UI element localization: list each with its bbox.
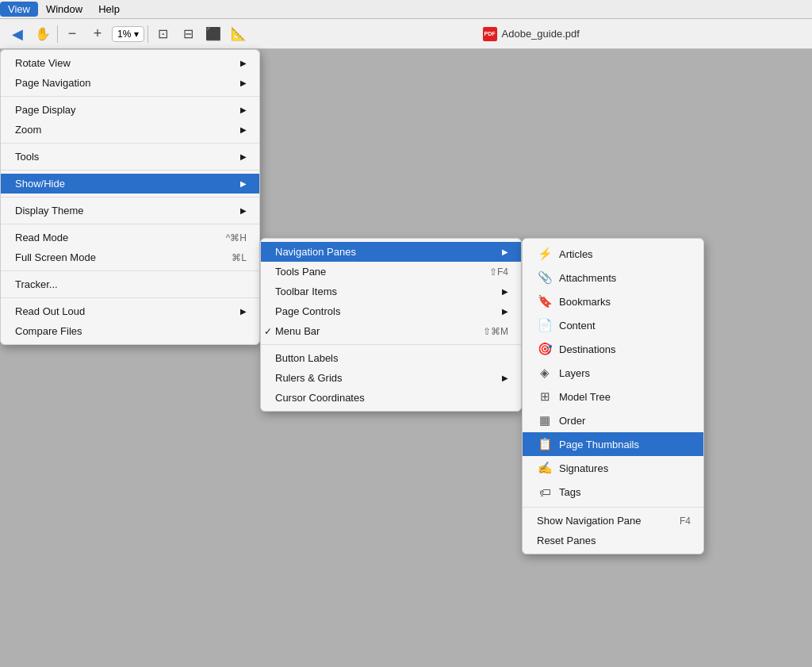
menubar-item-view[interactable]: View xyxy=(0,2,38,17)
tags-item-content: 🏷 Tags xyxy=(537,484,580,500)
menu-layers[interactable]: ◈ Layers xyxy=(523,361,703,385)
order-icon: ▦ xyxy=(537,412,553,428)
menu-display-theme[interactable]: Display Theme ▶ xyxy=(1,201,259,220)
bookmarks-icon: 🔖 xyxy=(537,293,553,309)
menu-sep-1 xyxy=(1,96,259,97)
zoom-out-button[interactable]: − xyxy=(61,23,83,45)
menu-cursor-coordinates[interactable]: Cursor Coordinates xyxy=(261,388,521,408)
tools-label: Tools xyxy=(15,151,234,163)
toolbar-items-arrow: ▶ xyxy=(502,287,508,296)
content-label: Content xyxy=(559,320,596,332)
hand-tool[interactable]: ✋ xyxy=(32,23,54,45)
show-nav-pane-shortcut: F4 xyxy=(680,516,691,527)
rulers-grids-arrow: ▶ xyxy=(502,374,508,382)
menubar-item-window[interactable]: Window xyxy=(38,2,90,17)
menu-toolbar-items[interactable]: Toolbar Items ▶ xyxy=(261,282,521,301)
toolbar-separator-2 xyxy=(147,25,148,43)
page-thumbnails-icon: 📋 xyxy=(537,436,553,452)
page-controls-label: Page Controls xyxy=(275,305,496,317)
layers-item-content: ◈ Layers xyxy=(537,365,590,381)
menu-page-controls[interactable]: Page Controls ▶ xyxy=(261,301,521,321)
show-hide-arrow: ▶ xyxy=(240,179,247,188)
menu-page-navigation[interactable]: Page Navigation ▶ xyxy=(1,73,259,93)
zoom-in-button[interactable]: + xyxy=(86,23,109,45)
menu-show-navigation-pane[interactable]: Show Navigation Pane F4 xyxy=(523,511,703,531)
page-thumbnails-item-content: 📋 Page Thumbnails xyxy=(537,436,639,452)
menu-sep-5 xyxy=(1,224,259,224)
menu-tools[interactable]: Tools ▶ xyxy=(1,147,259,167)
menu-tags[interactable]: 🏷 Tags xyxy=(523,480,703,504)
read-mode-shortcut: ^⌘H xyxy=(226,232,247,243)
menu-tools-pane[interactable]: Tools Pane ⇧F4 xyxy=(261,262,521,282)
show-hide-label: Show/Hide xyxy=(15,178,234,190)
menu-overlay: Rotate View ▶ Page Navigation ▶ Page Dis… xyxy=(0,49,812,667)
menu-signatures[interactable]: ✍ Signatures xyxy=(523,456,703,480)
menu-content[interactable]: 📄 Content xyxy=(523,313,703,337)
destinations-item-content: 🎯 Destinations xyxy=(537,341,616,357)
content-item-content: 📄 Content xyxy=(537,317,596,333)
ruler-button[interactable]: 📐 xyxy=(228,23,250,45)
full-screen-label: Full Screen Mode xyxy=(15,251,216,263)
menu-full-screen[interactable]: Full Screen Mode ⌘L xyxy=(1,247,259,267)
fit-width-button[interactable]: ⊡ xyxy=(151,23,174,45)
menu-destinations[interactable]: 🎯 Destinations xyxy=(523,337,703,361)
cursor-coordinates-label: Cursor Coordinates xyxy=(275,392,508,404)
menu-articles[interactable]: ⚡ Articles xyxy=(523,242,703,266)
menu-bookmarks[interactable]: 🔖 Bookmarks xyxy=(523,289,703,313)
navigation-panes-label: Navigation Panes xyxy=(275,246,496,258)
document-title: Adobe_guide.pdf xyxy=(502,28,580,40)
articles-icon: ⚡ xyxy=(537,246,553,262)
toolbar-title: PDF Adobe_guide.pdf xyxy=(483,27,580,41)
menu-compare-files[interactable]: Compare Files xyxy=(1,321,259,341)
fit-page-button[interactable]: ⊟ xyxy=(177,23,199,45)
page-display-label: Page Display xyxy=(15,104,234,116)
menu-page-display[interactable]: Page Display ▶ xyxy=(1,100,259,120)
menu-tracker[interactable]: Tracker... xyxy=(1,274,259,294)
zoom-label: Zoom xyxy=(15,124,234,136)
menu-reset-panes[interactable]: Reset Panes xyxy=(523,531,703,550)
menu-zoom[interactable]: Zoom ▶ xyxy=(1,120,259,140)
menu-rulers-grids[interactable]: Rulers & Grids ▶ xyxy=(261,368,521,388)
compare-files-label: Compare Files xyxy=(15,325,247,337)
toolbar: ◀ ✋ − + 1% ▾ ⊡ ⊟ ⬛ 📐 PDF Adobe_guide.pdf xyxy=(0,19,812,49)
attachments-item-content: 📎 Attachments xyxy=(537,270,616,286)
page-navigation-arrow: ▶ xyxy=(240,79,247,87)
cursor-tool[interactable]: ◀ xyxy=(6,23,29,45)
menubar-view-label: View xyxy=(8,3,30,15)
read-out-loud-label: Read Out Loud xyxy=(15,305,234,317)
rulers-grids-label: Rulers & Grids xyxy=(275,372,496,384)
menu-order[interactable]: ▦ Order xyxy=(523,408,703,432)
tools-pane-label: Tools Pane xyxy=(275,266,473,278)
menu-show-hide[interactable]: Show/Hide ▶ xyxy=(1,174,259,194)
l3-footer: Show Navigation Pane F4 Reset Panes xyxy=(523,507,703,550)
menu-button-labels[interactable]: Button Labels xyxy=(261,348,521,368)
attachments-icon: 📎 xyxy=(537,270,553,286)
layers-label: Layers xyxy=(559,367,590,379)
menu-bar-shortcut: ⇧⌘M xyxy=(483,326,508,337)
menu-attachments[interactable]: 📎 Attachments xyxy=(523,266,703,289)
articles-item-content: ⚡ Articles xyxy=(537,246,593,262)
menu-sep-4 xyxy=(1,197,259,197)
navigation-panes-arrow: ▶ xyxy=(502,247,508,256)
menu-navigation-panes[interactable]: Navigation Panes ▶ xyxy=(261,242,521,262)
zoom-dropdown-icon: ▾ xyxy=(134,29,139,40)
menu-rotate-view[interactable]: Rotate View ▶ xyxy=(1,53,259,73)
menu-page-thumbnails[interactable]: 📋 Page Thumbnails xyxy=(523,432,703,456)
rotate-view-label: Rotate View xyxy=(15,57,234,69)
menu-read-mode[interactable]: Read Mode ^⌘H xyxy=(1,228,259,247)
zoom-select[interactable]: 1% ▾ xyxy=(112,26,144,42)
menu-model-tree[interactable]: ⊞ Model Tree xyxy=(523,385,703,408)
full-screen-button[interactable]: ⬛ xyxy=(202,23,224,45)
menu-menu-bar[interactable]: Menu Bar ⇧⌘M xyxy=(261,321,521,341)
view-menu: Rotate View ▶ Page Navigation ▶ Page Dis… xyxy=(0,49,260,345)
model-tree-icon: ⊞ xyxy=(537,389,553,404)
model-tree-label: Model Tree xyxy=(559,391,611,403)
menubar-item-help[interactable]: Help xyxy=(90,2,128,17)
layers-icon: ◈ xyxy=(537,365,553,381)
signatures-label: Signatures xyxy=(559,462,608,474)
page-navigation-label: Page Navigation xyxy=(15,77,234,89)
menu-read-out-loud[interactable]: Read Out Loud ▶ xyxy=(1,301,259,321)
display-theme-arrow: ▶ xyxy=(240,206,247,215)
page-controls-arrow: ▶ xyxy=(502,307,508,316)
zoom-arrow: ▶ xyxy=(240,125,247,134)
